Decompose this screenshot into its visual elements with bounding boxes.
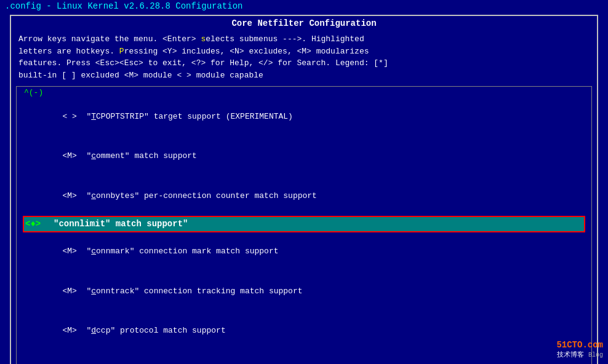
menu-item-7[interactable]: <M> "dccp" protocol match support [17, 311, 591, 350]
main-container: Core Netfilter Configuration Arrow keys … [0, 12, 608, 364]
help-line-1: Arrow keys navigate the menu. <Enter> se… [18, 33, 590, 46]
watermark-blog-text: 技术博客 [557, 351, 584, 358]
help-line-2: letters are hotkeys. Pressing <Y> includ… [18, 46, 590, 58]
watermark-blog: 技术博客 Blog [556, 350, 603, 359]
help-line-3: features. Press <Esc><Esc> to exit, <?> … [18, 57, 590, 69]
title-text: .config - Linux Kernel v2.6.28.8 Configu… [5, 1, 242, 11]
menu-item-5[interactable]: <M> "connmark" connection mark match sup… [17, 232, 591, 272]
watermark-sub: Blog [588, 352, 603, 358]
dialog-title: Core Netfilter Configuration [11, 16, 597, 31]
menu-item-8[interactable]: < > "dscp" and "tos" match support [17, 351, 591, 364]
menu-item-selected[interactable]: <♦> "connlimit" match support" [23, 216, 585, 232]
menu-item-6[interactable]: <M> "conntrack" connection tracking matc… [17, 272, 591, 311]
menu-item-3[interactable]: <M> "connbytes" per-connection counter m… [17, 176, 591, 216]
menu-item-1[interactable]: < > "TCPOPTSTRIP" target support (EXPERI… [17, 97, 591, 136]
help-line-4: built-in [ ] excluded <M> module < > mod… [18, 69, 590, 82]
menu-area: ^(-) < > "TCPOPTSTRIP" target support (E… [16, 86, 592, 364]
nav-up-indicator: ^(-) [17, 88, 591, 97]
title-bar: .config - Linux Kernel v2.6.28.8 Configu… [0, 0, 608, 12]
watermark: 51CTO.com 技术博客 Blog [556, 340, 603, 359]
help-text: Arrow keys navigate the menu. <Enter> se… [11, 31, 597, 84]
dialog-box: Core Netfilter Configuration Arrow keys … [10, 15, 598, 364]
watermark-site: 51CTO.com [556, 340, 603, 350]
menu-item-2[interactable]: <M> "comment" match support [17, 136, 591, 176]
